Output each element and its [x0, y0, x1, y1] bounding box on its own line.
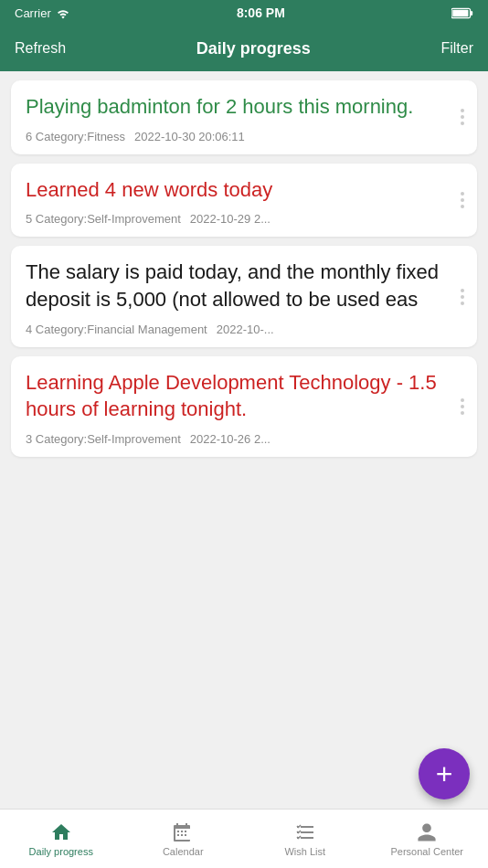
card-title: Learning Apple Development Technology - …: [26, 369, 440, 423]
refresh-button[interactable]: Refresh: [15, 40, 66, 57]
card-date: 2022-10-29 2...: [190, 212, 271, 226]
card-date: 2022-10-26 2...: [190, 432, 271, 446]
card-more-button[interactable]: [461, 109, 464, 125]
card-title: The salary is paid today, and the monthl…: [26, 259, 440, 312]
card-meta: 4 Category:Financial Management 2022-10-…: [26, 323, 440, 336]
wifi-icon: [56, 7, 70, 19]
card-more-button[interactable]: [461, 398, 464, 415]
add-entry-button[interactable]: +: [419, 748, 470, 799]
card-item: Learning Apple Development Technology - …: [11, 356, 477, 457]
status-bar-time: 8:06 PM: [237, 5, 285, 20]
tab-daily-progress[interactable]: Daily progress: [0, 816, 122, 863]
svg-rect-1: [452, 9, 468, 16]
card-title: Learned 4 new words today: [26, 176, 440, 204]
card-meta: 3 Category:Self-Improvement 2022-10-26 2…: [26, 432, 440, 446]
tab-wishlist-label: Wish List: [284, 846, 325, 857]
nav-bar: Refresh Daily progress Filter: [0, 26, 488, 71]
nav-bar-title: Daily progress: [196, 39, 311, 58]
home-icon: [50, 821, 72, 843]
card-item: Playing badminton for 2 hours this morni…: [11, 80, 477, 154]
card-num-category: 4 Category:Financial Management: [26, 323, 207, 336]
carrier-text: Carrier: [15, 6, 51, 20]
status-bar: Carrier 8:06 PM: [0, 0, 488, 26]
tab-calendar[interactable]: Calendar: [122, 816, 245, 863]
card-num-category: 3 Category:Self-Improvement: [26, 432, 181, 446]
svg-rect-2: [471, 10, 472, 15]
card-meta: 5 Category:Self-Improvement 2022-10-29 2…: [26, 212, 440, 226]
card-num-category: 6 Category:Fitness: [26, 130, 125, 143]
battery-icon: [451, 7, 473, 19]
status-bar-left: Carrier: [15, 6, 70, 20]
cards-list: Playing badminton for 2 hours this morni…: [0, 71, 488, 809]
tab-calendar-label: Calendar: [163, 846, 204, 857]
card-item: Learned 4 new words today 5 Category:Sel…: [11, 164, 477, 238]
tab-wish-list[interactable]: Wish List: [244, 816, 366, 863]
checklist-icon: [294, 821, 316, 843]
card-date: 2022-10-...: [217, 323, 274, 336]
tab-daily-label: Daily progress: [29, 846, 93, 857]
tab-personal-label: Personal Center: [391, 846, 464, 857]
card-date: 2022-10-30 20:06:11: [134, 130, 245, 143]
card-title: Playing badminton for 2 hours this morni…: [26, 93, 440, 121]
status-bar-right: [451, 7, 473, 19]
card-more-button[interactable]: [461, 289, 464, 305]
card-num-category: 5 Category:Self-Improvement: [26, 212, 181, 226]
card-meta: 6 Category:Fitness 2022-10-30 20:06:11: [26, 130, 440, 143]
card-more-button[interactable]: [461, 192, 464, 208]
calendar-icon: [172, 821, 194, 843]
tab-personal-center[interactable]: Personal Center: [366, 816, 489, 863]
filter-button[interactable]: Filter: [440, 40, 473, 57]
tab-bar: Daily progress Calendar Wish List Person…: [0, 809, 488, 868]
card-item: The salary is paid today, and the monthl…: [11, 246, 477, 346]
person-icon: [416, 821, 438, 843]
